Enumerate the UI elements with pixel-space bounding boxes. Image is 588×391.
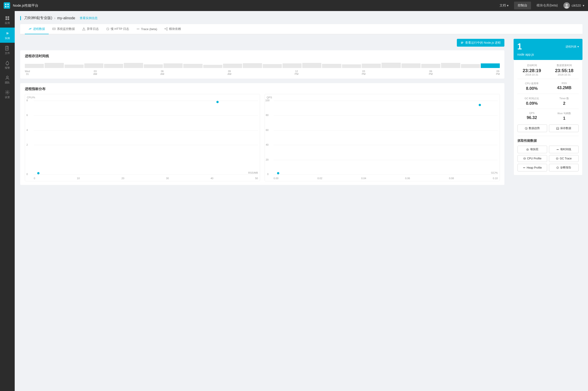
svg-rect-48 xyxy=(557,128,559,129)
cpu-y-label: CPU/% xyxy=(27,96,35,99)
console-nav[interactable]: 控制台 xyxy=(514,1,531,9)
gc-trace-btn[interactable]: GC Trace xyxy=(549,155,579,162)
svg-rect-2 xyxy=(5,6,6,7)
timeline-label-5: 03 PM xyxy=(362,70,366,75)
svg-rect-35 xyxy=(165,28,166,29)
qps-label: QPS xyxy=(517,112,546,114)
topbar-left: Node.js性能平台 xyxy=(4,2,38,9)
process-card-header: 1 进程列表 ▾ xyxy=(517,42,579,51)
svg-point-18 xyxy=(6,76,8,78)
timeline-chart: Wed 31 03 AM 06 AM xyxy=(25,61,500,75)
sidebar-item-instance[interactable]: » 实例 xyxy=(0,28,15,43)
instance-icon: » xyxy=(6,30,8,36)
timeline-label-0: Wed 31 xyxy=(25,70,30,75)
cpu-value: 8.00% xyxy=(517,86,546,91)
svg-point-58 xyxy=(524,167,525,168)
trace-tab-icon xyxy=(136,27,140,31)
libuv-label: libuv 句柄数 xyxy=(550,112,579,115)
trend-btn[interactable]: 数据趋势 xyxy=(517,124,547,132)
timeline-label-6: 06 PM xyxy=(429,70,433,75)
tab-slow-http[interactable]: 慢 HTTP 日志 xyxy=(102,24,133,34)
update-time-date: 2018-10-31 xyxy=(550,73,579,76)
metrics-title: 进程指标分布 xyxy=(25,87,500,91)
metric-timer: Timer 数 2 xyxy=(550,97,579,106)
rss-label: RSS xyxy=(550,82,579,85)
metric-libuv: libuv 句柄数 1 xyxy=(550,112,579,121)
cpu-rss-chart: CPU/% RSS/MB 8 6 xyxy=(25,94,260,181)
tab-trace[interactable]: Trace (beta) xyxy=(133,24,161,34)
cpu-rss-dot-zero xyxy=(37,172,39,174)
sidebar-item-team[interactable]: 团队 xyxy=(0,72,15,87)
timer-value: 2 xyxy=(550,101,579,106)
svg-rect-0 xyxy=(5,4,6,5)
svg-line-29 xyxy=(108,29,108,29)
breadcrumb-node: my-alinode xyxy=(57,16,75,20)
topbar: Node.js性能平台 文档 ▾ 控制台 模块仓库(beta) cik520 ▾ xyxy=(0,0,588,11)
app-title: Node.js性能平台 xyxy=(13,3,38,8)
sidebar-item-alert[interactable]: 报警 xyxy=(0,58,15,72)
timeline-section: 进程存活时间线 xyxy=(20,50,504,79)
diag-report-btn[interactable]: 诊断报告 xyxy=(549,164,579,171)
modules-nav[interactable]: 模块仓库(beta) xyxy=(537,3,558,7)
svg-point-54 xyxy=(523,158,525,160)
svg-rect-37 xyxy=(167,29,168,30)
svg-point-56 xyxy=(523,167,524,168)
svg-rect-1 xyxy=(7,4,9,5)
app-logo xyxy=(4,2,10,9)
sidebar-item-label-settings: 设置 xyxy=(5,96,10,99)
breadcrumb-separator xyxy=(20,16,21,20)
system-tab-icon xyxy=(52,27,56,31)
heap-profile-btn[interactable]: Heap Profile xyxy=(517,164,547,171)
tab-process[interactable]: 进程数据 xyxy=(25,24,49,34)
tab-system[interactable]: 系统监控数据 xyxy=(49,24,79,34)
process-count: 1 xyxy=(517,42,522,51)
tab-modules[interactable]: 模块依赖 xyxy=(161,24,185,34)
process-name: node app.js xyxy=(517,53,579,56)
sidebar-item-settings[interactable]: 设置 xyxy=(0,87,15,102)
capture-divider xyxy=(517,136,579,136)
metric-gc: GC 时间占比 0.09% xyxy=(517,97,546,106)
save-btn[interactable]: 保存数据 xyxy=(549,124,579,132)
alert-icon xyxy=(5,60,10,65)
tab-exceptions[interactable]: 异常日志 xyxy=(79,24,102,34)
process-list-btn[interactable]: 进程列表 ▾ xyxy=(566,45,579,49)
capture-title: 抓取性能数据 xyxy=(517,139,579,143)
svg-point-62 xyxy=(557,167,558,168)
breadcrumb-instance: 刀剑神域(专业版) xyxy=(24,16,52,20)
svg-rect-10 xyxy=(7,18,9,20)
start-time-date: 2018-10-31 xyxy=(517,73,546,76)
cpu-profile-btn[interactable]: CPU Profile xyxy=(517,155,547,162)
metric-update-time: 数据更新时间 23:55:18 2018-10-31 xyxy=(550,64,579,76)
metric-cpu: CPU 使用率 8.00% xyxy=(517,82,546,91)
sidebar-item-file[interactable]: 文件 xyxy=(0,43,15,57)
view-process-btn[interactable]: 查看运行中的 Node.js 进程 xyxy=(457,39,504,47)
sidebar-item-app[interactable]: 应用 xyxy=(0,13,15,28)
update-time-label: 数据更新时间 xyxy=(550,64,579,67)
gc-trace-icon xyxy=(556,157,559,160)
svg-point-30 xyxy=(137,29,137,29)
tabs: 进程数据 系统监控数据 异常日志 xyxy=(20,24,583,34)
capture-grid: 堆快照 堆时间线 xyxy=(517,146,579,171)
qps-y-label: QPS xyxy=(267,96,272,99)
update-time-value: 23:55:18 xyxy=(550,68,579,73)
view-instance-link[interactable]: 查看实例信息 xyxy=(80,16,98,20)
sidebar-item-label-instance: 实例 xyxy=(5,36,10,40)
svg-rect-7 xyxy=(5,16,7,18)
sidebar: 应用 » 实例 文件 xyxy=(0,11,15,391)
avatar xyxy=(563,2,570,9)
breadcrumb: 刀剑神域(专业版) › my-alinode 查看实例信息 xyxy=(20,16,583,20)
svg-rect-21 xyxy=(53,28,55,30)
trend-icon xyxy=(525,127,528,130)
qps-value: 96.32 xyxy=(517,115,546,120)
heap-profile-icon xyxy=(523,166,525,169)
svg-point-55 xyxy=(556,158,558,160)
sidebar-item-label-team: 团队 xyxy=(5,81,10,84)
heap-timeline-btn[interactable]: 堆时间线 xyxy=(549,146,579,153)
heap-snapshot-btn[interactable]: 堆快照 xyxy=(517,146,547,153)
metrics-divider-1 xyxy=(517,79,579,79)
svg-point-3 xyxy=(7,6,9,7)
svg-point-31 xyxy=(138,29,138,29)
user-menu[interactable]: cik520 ▾ xyxy=(563,2,584,9)
docs-nav[interactable]: 文档 ▾ xyxy=(500,3,508,7)
svg-rect-12 xyxy=(6,46,8,47)
